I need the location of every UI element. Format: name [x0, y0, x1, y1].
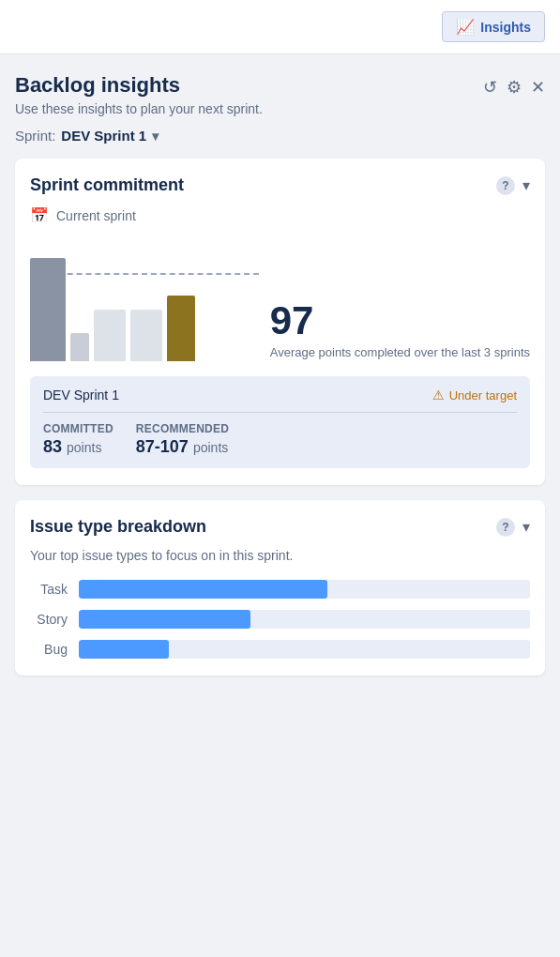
issue-breakdown-card: Issue type breakdown ? ▾ Your top issue …	[15, 500, 545, 676]
insights-icon: 📈	[456, 18, 475, 36]
issue-breakdown-title: Issue type breakdown	[30, 517, 206, 537]
under-target-badge: ⚠ Under target	[432, 387, 517, 403]
warning-icon: ⚠	[432, 387, 445, 403]
refresh-icon[interactable]: ↺	[483, 77, 497, 98]
chart-stats: 97 Average points completed over the las…	[259, 301, 530, 361]
issue-type-label: Bug	[30, 642, 68, 657]
issue-type-label: Story	[30, 612, 68, 627]
under-target-label: Under target	[449, 388, 517, 403]
card-actions: ? ▾	[496, 176, 530, 195]
sprint-commitment-header: Sprint commitment ? ▾	[30, 175, 530, 195]
committed-metric: Committed 83 points	[43, 422, 114, 457]
panel-title: Backlog insights	[15, 73, 180, 98]
panel-header: Backlog insights ↺ ⚙ ✕	[15, 73, 545, 98]
panel-icon-group: ↺ ⚙ ✕	[483, 77, 545, 98]
status-box: DEV Sprint 1 ⚠ Under target Committed 83…	[30, 376, 530, 468]
committed-value: 83 points	[43, 437, 114, 457]
issue-bar-fill	[79, 640, 169, 659]
issue-help-icon[interactable]: ?	[496, 518, 515, 537]
help-icon[interactable]: ?	[496, 176, 515, 195]
committed-unit: points	[67, 440, 101, 455]
chart-bars	[30, 239, 259, 361]
issue-subtitle: Your top issue types to focus on in this…	[30, 548, 530, 563]
status-row: DEV Sprint 1 ⚠ Under target	[43, 387, 517, 403]
close-icon[interactable]: ✕	[531, 77, 545, 98]
bar-5	[167, 296, 195, 361]
chart-area: 97 Average points completed over the las…	[30, 239, 530, 361]
metrics-row: Committed 83 points Recommended 87-107 p…	[43, 422, 517, 457]
collapse-icon[interactable]: ▾	[522, 176, 530, 194]
sprint-value: DEV Sprint 1	[61, 128, 146, 144]
status-sprint-name: DEV Sprint 1	[43, 387, 119, 403]
issue-bar-fill	[79, 610, 250, 629]
calendar-icon: 📅	[30, 206, 49, 224]
issue-row: Task	[30, 580, 530, 599]
sprint-label: Sprint:	[15, 128, 55, 144]
sprint-chevron-icon: ▾	[152, 129, 159, 144]
issue-row: Bug	[30, 640, 530, 659]
insights-label: Insights	[480, 20, 531, 35]
committed-label: Committed	[43, 422, 114, 435]
recommended-label: Recommended	[136, 422, 229, 435]
insights-button[interactable]: 📈 Insights	[442, 11, 545, 42]
bars-container	[30, 239, 251, 361]
sprint-commitment-title: Sprint commitment	[30, 175, 184, 195]
top-bar: 📈 Insights	[0, 0, 560, 54]
issue-row: Story	[30, 610, 530, 629]
issue-bar-track	[79, 640, 530, 659]
current-sprint-row: 📅 Current sprint	[30, 206, 530, 224]
avg-number: 97	[270, 301, 530, 341]
issue-bar-track	[79, 580, 530, 599]
issue-bars: TaskStoryBug	[30, 580, 530, 659]
bar-2	[70, 333, 89, 361]
sprint-selector[interactable]: Sprint: DEV Sprint 1 ▾	[15, 128, 545, 144]
issue-collapse-icon[interactable]: ▾	[522, 518, 530, 536]
panel-subtitle: Use these insights to plan your next spr…	[15, 101, 545, 116]
issue-card-actions: ? ▾	[496, 518, 530, 537]
avg-label: Average points completed over the last 3…	[270, 344, 530, 361]
bar-4	[130, 310, 162, 361]
issue-bar-track	[79, 610, 530, 629]
issue-breakdown-header: Issue type breakdown ? ▾	[30, 517, 530, 537]
recommended-value: 87-107 points	[136, 437, 229, 457]
settings-icon[interactable]: ⚙	[507, 77, 522, 98]
recommended-metric: Recommended 87-107 points	[136, 422, 229, 457]
issue-type-label: Task	[30, 582, 68, 597]
sprint-commitment-card: Sprint commitment ? ▾ 📅 Current sprint	[15, 159, 545, 485]
issue-bar-fill	[79, 580, 327, 599]
current-sprint-label: Current sprint	[56, 208, 136, 223]
status-divider	[43, 412, 517, 413]
bar-1	[30, 258, 66, 361]
recommended-unit: points	[193, 440, 228, 455]
backlog-insights-panel: Backlog insights ↺ ⚙ ✕ Use these insight…	[0, 54, 560, 709]
bar-3	[94, 310, 126, 361]
